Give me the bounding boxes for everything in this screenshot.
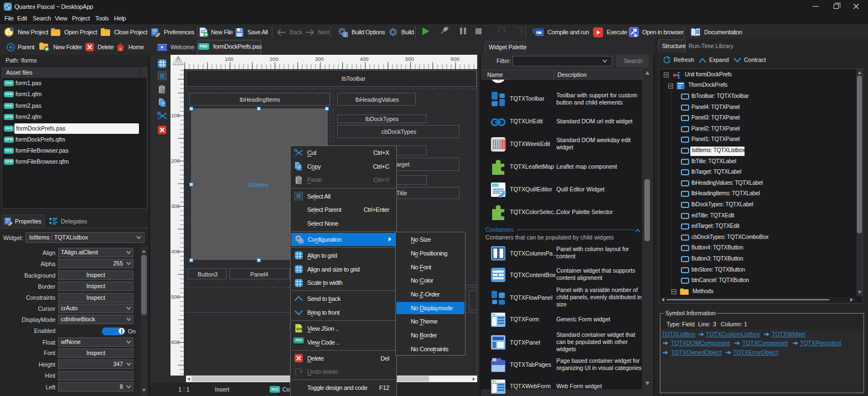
- svg-text:Quill: Quill: [493, 184, 499, 187]
- svg-text:JSON: JSON: [296, 328, 302, 331]
